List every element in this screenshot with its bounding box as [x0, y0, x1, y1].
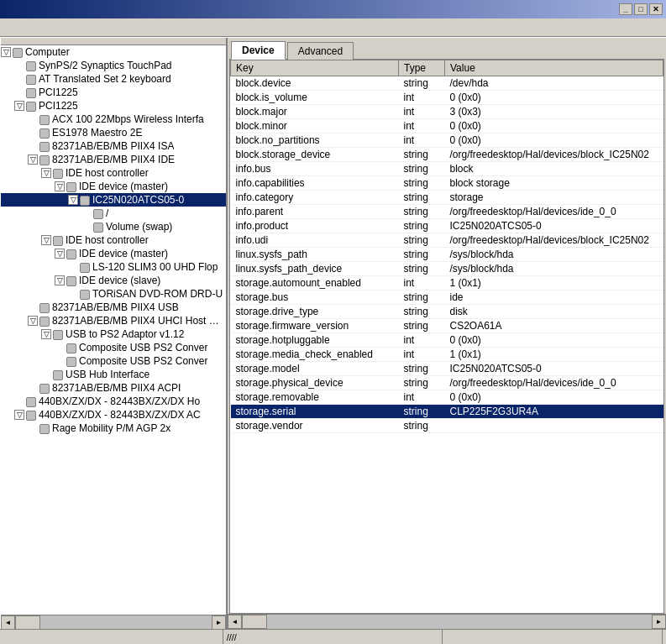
tree-expand-icon[interactable]: ▽ — [68, 195, 78, 205]
table-row[interactable]: storage.vendorstring — [231, 419, 663, 433]
tree-expand-icon[interactable]: ▽ — [28, 316, 38, 326]
tab-advanced[interactable]: Advanced — [287, 42, 354, 60]
status-right — [443, 630, 663, 644]
rhscroll-thumb[interactable] — [242, 615, 267, 629]
tree-item[interactable]: / — [1, 207, 226, 220]
property-table: KeyTypeValueblock.devicestring/dev/hdabl… — [230, 60, 663, 433]
tree-item[interactable]: ▽440BX/ZX/DX - 82443BX/ZX/DX AC — [1, 408, 226, 421]
table-row[interactable]: info.udistring/org/freedesktop/Hal/devic… — [231, 233, 663, 248]
tree-item[interactable]: ▽IDE host controller — [1, 233, 226, 247]
tree-item[interactable]: 82371AB/EB/MB PIIX4 ACPI — [1, 381, 226, 395]
tree-expand-icon[interactable]: ▽ — [41, 329, 51, 339]
tree-item[interactable]: ▽PCI1225 — [1, 99, 226, 113]
tree-item[interactable]: ▽Computer — [1, 45, 226, 59]
maximize-button[interactable]: □ — [634, 3, 648, 15]
table-row[interactable]: info.capabilitiesstringblock storage — [231, 176, 663, 191]
table-header-key: Key — [231, 60, 399, 76]
menu-view[interactable] — [17, 26, 30, 29]
tree-item[interactable]: SynPS/2 Synaptics TouchPad — [1, 59, 226, 72]
tree-node-label: 82371AB/EB/MB PIIX4 USB — [52, 301, 179, 313]
table-row[interactable]: storage.drive_typestringdisk — [231, 305, 663, 319]
table-cell-value: disk — [445, 305, 663, 319]
tree-item[interactable]: LS-120 SLIM3 00 UHD Flop — [1, 260, 226, 274]
table-row[interactable]: block.minorint0 (0x0) — [231, 119, 663, 134]
table-cell-type: string — [399, 305, 445, 319]
table-row[interactable]: info.productstringIC25N020ATCS05-0 — [231, 219, 663, 233]
rhscroll-track[interactable] — [242, 615, 652, 629]
tree-item[interactable]: 440BX/ZX/DX - 82443BX/ZX/DX Ho — [1, 395, 226, 408]
tree-item[interactable]: Composite USB PS2 Conver — [1, 341, 226, 354]
tree-item[interactable]: ▽IDE device (master) — [1, 247, 226, 260]
tree-item[interactable]: ▽USB to PS2 Adaptor v1.12 — [1, 327, 226, 341]
table-row[interactable]: storage.firmware_versionstringCS2OA61A — [231, 319, 663, 333]
right-hscroll[interactable]: ◄ ► — [228, 614, 666, 628]
tab-device[interactable]: Device — [231, 41, 286, 60]
table-row[interactable]: storage.modelstringIC25N020ATCS05-0 — [231, 362, 663, 376]
tree-item[interactable]: ▽IDE device (slave) — [1, 274, 226, 287]
table-row[interactable]: storage.physical_devicestring/org/freede… — [231, 376, 663, 390]
table-row[interactable]: storage.removableint0 (0x0) — [231, 390, 663, 405]
table-row[interactable]: info.categorystringstorage — [231, 191, 663, 205]
table-cell-key: block.major — [231, 105, 399, 119]
tree-item[interactable]: ▽IDE host controller — [1, 166, 226, 180]
tree-item[interactable]: AT Translated Set 2 keyboard — [1, 72, 226, 86]
tree-item[interactable]: Rage Mobility P/M AGP 2x — [1, 421, 226, 435]
close-button[interactable]: ✕ — [649, 3, 663, 15]
tree-node-icon — [26, 100, 36, 111]
table-row[interactable]: storage.automount_enabledint1 (0x1) — [231, 276, 663, 291]
tree-expand-icon[interactable]: ▽ — [41, 235, 51, 245]
table-row[interactable]: block.no_partitionsint0 (0x0) — [231, 134, 663, 148]
table-row[interactable]: info.parentstring/org/freedesktop/Hal/de… — [231, 205, 663, 219]
device-tree[interactable]: ▽ComputerSynPS/2 Synaptics TouchPadAT Tr… — [1, 45, 226, 615]
tree-node-label: 82371AB/EB/MB PIIX4 ACPI — [52, 382, 181, 394]
property-table-container: KeyTypeValueblock.devicestring/dev/hdabl… — [229, 59, 664, 614]
tree-item[interactable]: ▽IC25N020ATCS05-0 — [1, 193, 226, 207]
tree-item[interactable]: ACX 100 22Mbps Wireless Interfa — [1, 113, 226, 126]
rhscroll-left[interactable]: ◄ — [228, 615, 242, 629]
tree-expand-icon[interactable]: ▽ — [1, 47, 11, 57]
table-row[interactable]: linux.sysfs_pathstring/sys/block/hda — [231, 248, 663, 262]
tree-item[interactable]: USB Hub Interface — [1, 368, 226, 381]
table-row[interactable]: linux.sysfs_path_devicestring/sys/block/… — [231, 262, 663, 276]
tree-item[interactable]: Composite USB PS2 Conver — [1, 354, 226, 368]
tree-item[interactable]: ES1978 Maestro 2E — [1, 126, 226, 139]
tree-item[interactable]: ▽82371AB/EB/MB PIIX4 IDE — [1, 153, 226, 166]
table-row[interactable]: storage.hotpluggableint0 (0x0) — [231, 333, 663, 348]
tree-item[interactable]: Volume (swap) — [1, 220, 226, 233]
tree-expand-icon[interactable]: ▽ — [55, 275, 65, 285]
tree-expand-icon[interactable]: ▽ — [55, 181, 65, 191]
hscroll-right[interactable]: ► — [212, 615, 226, 630]
tree-node-icon — [39, 315, 50, 326]
minimize-button[interactable]: _ — [619, 3, 632, 15]
tree-item[interactable]: 82371AB/EB/MB PIIX4 USB — [1, 301, 226, 314]
table-row[interactable]: storage.media_check_enabledint1 (0x1) — [231, 348, 663, 362]
table-row[interactable]: block.is_volumeint0 (0x0) — [231, 91, 663, 105]
tree-item[interactable]: 82371AB/EB/MB PIIX4 ISA — [1, 139, 226, 153]
menu-help[interactable] — [30, 26, 44, 29]
tree-item[interactable]: ▽IDE device (master) — [1, 180, 226, 193]
hscroll-thumb[interactable] — [15, 615, 40, 630]
table-row[interactable]: storage.busstringide — [231, 291, 663, 305]
table-row[interactable]: info.busstringblock — [231, 162, 663, 176]
table-cell-key: storage.serial — [231, 405, 399, 419]
table-scroll[interactable]: KeyTypeValueblock.devicestring/dev/hdabl… — [230, 60, 663, 613]
hscroll-left[interactable]: ◄ — [1, 615, 15, 630]
tree-item[interactable]: PCI1225 — [1, 86, 226, 99]
hscroll-track[interactable] — [15, 615, 212, 630]
left-hscroll[interactable]: ◄ ► — [1, 615, 226, 629]
table-row[interactable]: block.devicestring/dev/hda — [231, 76, 663, 91]
menu-file[interactable] — [3, 26, 17, 29]
tree-expand-icon[interactable]: ▽ — [55, 249, 65, 259]
tree-item[interactable]: TORiSAN DVD-ROM DRD-U — [1, 287, 226, 301]
tree-expand-icon[interactable]: ▽ — [14, 101, 24, 111]
tree-expand-icon[interactable]: ▽ — [28, 154, 38, 165]
main-content: ▽ComputerSynPS/2 Synaptics TouchPadAT Tr… — [0, 37, 666, 629]
table-row[interactable]: block.storage_devicestring/org/freedeskt… — [231, 148, 663, 162]
tree-expand-icon[interactable]: ▽ — [41, 168, 51, 178]
tree-node-label: IC25N020ATCS05-0 — [92, 194, 184, 206]
tree-expand-icon[interactable]: ▽ — [14, 410, 24, 420]
table-row[interactable]: storage.serialstringCLP225F2G3UR4A — [231, 405, 663, 419]
rhscroll-right[interactable]: ► — [652, 615, 666, 629]
tree-item[interactable]: ▽82371AB/EB/MB PIIX4 UHCI Host Controlle… — [1, 314, 226, 327]
table-row[interactable]: block.majorint3 (0x3) — [231, 105, 663, 119]
